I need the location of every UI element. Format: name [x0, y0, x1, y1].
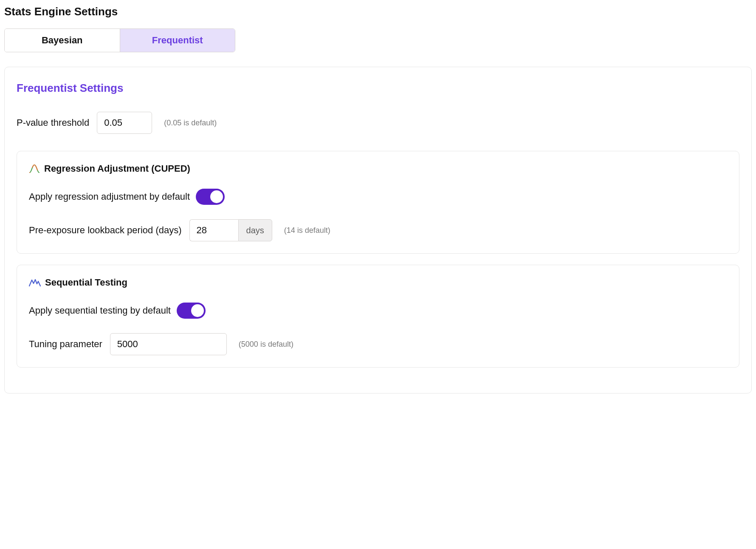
sequential-toggle-row: Apply sequential testing by default: [29, 303, 727, 319]
page-title: Stats Engine Settings: [4, 5, 752, 18]
lookback-hint: (14 is default): [284, 226, 330, 235]
sequential-toggle-label: Apply sequential testing by default: [29, 305, 171, 316]
pvalue-threshold-hint: (0.05 is default): [164, 119, 217, 127]
frequentist-settings-panel: Frequentist Settings P-value threshold (…: [4, 67, 752, 393]
sequential-testing-panel: Sequential Testing Apply sequential test…: [17, 265, 739, 368]
mountains-icon: [29, 278, 41, 287]
lookback-row: Pre-exposure lookback period (days) days…: [29, 219, 727, 241]
lookback-input[interactable]: [189, 219, 238, 241]
toggle-knob: [191, 304, 204, 317]
lookback-unit: days: [238, 219, 272, 241]
lookback-label: Pre-exposure lookback period (days): [29, 225, 182, 236]
panel-title: Frequentist Settings: [17, 82, 739, 95]
tab-bayesian[interactable]: Bayesian: [5, 29, 120, 52]
regression-header: Regression Adjustment (CUPED): [29, 163, 727, 174]
pvalue-threshold-row: P-value threshold (0.05 is default): [17, 112, 739, 134]
pvalue-threshold-label: P-value threshold: [17, 117, 89, 128]
sequential-title: Sequential Testing: [45, 277, 127, 288]
regression-title: Regression Adjustment (CUPED): [44, 163, 190, 174]
tab-frequentist[interactable]: Frequentist: [120, 29, 235, 52]
regression-toggle[interactable]: [196, 189, 225, 205]
regression-adjustment-panel: Regression Adjustment (CUPED) Apply regr…: [17, 151, 739, 254]
sequential-toggle[interactable]: [177, 303, 206, 319]
toggle-knob: [210, 190, 223, 203]
lookback-input-group: days: [189, 219, 272, 241]
bell-curve-icon: [29, 164, 40, 173]
stats-engine-tabs: Bayesian Frequentist: [4, 28, 235, 52]
pvalue-threshold-input[interactable]: [97, 112, 152, 134]
regression-toggle-label: Apply regression adjustment by default: [29, 191, 190, 202]
regression-toggle-row: Apply regression adjustment by default: [29, 189, 727, 205]
tuning-hint: (5000 is default): [239, 340, 293, 349]
tuning-input[interactable]: [110, 333, 227, 355]
sequential-header: Sequential Testing: [29, 277, 727, 288]
tuning-row: Tuning parameter (5000 is default): [29, 333, 727, 355]
tuning-label: Tuning parameter: [29, 339, 102, 350]
